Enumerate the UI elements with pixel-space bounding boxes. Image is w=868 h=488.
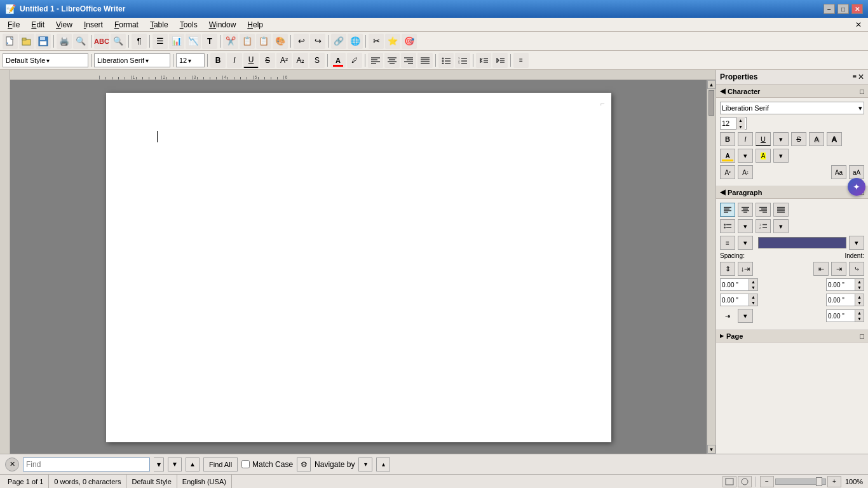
font-color-button[interactable]: A [330,53,346,68]
paragraph-section-header[interactable]: ◀ Paragraph □ [716,186,868,199]
below-spacing-input[interactable] [721,294,749,306]
table-button[interactable]: ☰ [153,34,168,49]
italic-button[interactable]: I [227,53,242,68]
format-paintbrush-button[interactable]: 🎨 [273,34,288,49]
menu-edit[interactable]: Edit [26,19,50,30]
below-spacing-field[interactable]: ▲ ▼ [720,294,758,306]
menu-format[interactable]: Format [109,19,144,30]
above-below-toggle[interactable]: ⇕ [720,262,735,276]
para-linespacing-arrow[interactable]: ▾ [738,236,753,250]
hyperlink-button[interactable]: 🔗 [331,34,346,49]
page-section-header[interactable]: ▸ Page □ [716,329,868,342]
para-align-center-button[interactable] [738,203,753,217]
properties-header-buttons[interactable]: ≡ ✕ [853,72,864,81]
zoom-out-button[interactable]: − [760,476,774,487]
left-indent-down[interactable]: ▼ [855,285,864,290]
menu-window[interactable]: Window [204,19,241,30]
find-close-button[interactable]: ✕ [5,458,19,471]
navigate-prev-button[interactable]: ▾ [358,458,372,471]
character-super-button[interactable]: A² [720,165,735,179]
menu-help[interactable]: Help [242,19,268,30]
menu-tools[interactable]: Tools [175,19,203,30]
para-numbered-button[interactable]: 1.2. [756,219,771,233]
redo-button[interactable]: ↪ [310,34,325,49]
increase-indent-button[interactable] [492,53,508,68]
scroll-track[interactable] [707,89,715,445]
character-font-dropdown[interactable]: Liberation Serif ▾ [720,102,864,114]
undo-button[interactable]: ↩ [294,34,309,49]
numbered-list-button[interactable]: 1.2.3. [455,53,470,68]
para-bullet-arrow[interactable]: ▾ [738,219,753,233]
nonprint-chars-button[interactable]: ¶ [132,34,147,49]
subscript-button[interactable]: A₂ [293,53,308,68]
properties-close-button[interactable]: ✕ [858,72,864,81]
left-indent-up[interactable]: ▲ [855,279,864,285]
size-dropdown[interactable]: 12 [176,53,205,67]
below-spacing-up[interactable]: ▲ [749,294,757,300]
character-size-spinners[interactable]: ▲ ▼ [736,117,745,130]
para-color-arrow[interactable]: ▾ [849,236,864,250]
properties-config-icon[interactable]: ≡ [853,72,857,81]
align-center-button[interactable] [384,53,400,68]
web-button[interactable]: 🌐 [348,34,363,49]
below-spacing-down[interactable]: ▼ [749,300,757,306]
below-spacing-spinners[interactable]: ▲ ▼ [749,294,757,306]
find-replace-button[interactable]: 🔍 [111,34,126,49]
character-case-lower-button[interactable]: aA [849,165,864,179]
minimize-button[interactable]: − [824,4,835,14]
right-indent-spinners[interactable]: ▲ ▼ [855,294,864,306]
menu-insert[interactable]: Insert [79,19,108,30]
left-indent-field[interactable]: ▲ ▼ [826,278,864,291]
character-strikethrough-button[interactable]: S [791,132,806,146]
print-preview-button[interactable]: 🔍 [73,34,88,49]
line-spacing-button[interactable]: ≡ [513,53,529,68]
cut-button[interactable]: ✂️ [223,34,238,49]
style-dropdown[interactable]: Default Style [3,53,88,67]
character-highlight-arrow[interactable]: ▾ [773,149,789,163]
firstline-arrow[interactable]: ▾ [738,309,753,323]
open-button[interactable] [19,34,34,49]
bullet-list-button[interactable] [438,53,454,68]
match-case-label[interactable]: Match Case [241,460,293,469]
character-bold-button[interactable]: B [720,132,735,146]
character-sub-button[interactable]: A₂ [738,165,753,179]
decrease-indent-button[interactable] [476,53,491,68]
superscript-button[interactable]: A² [276,53,292,68]
close-button[interactable]: ✕ [851,4,863,14]
firstline-field[interactable]: ▲ ▼ [826,309,864,322]
find-prev-button[interactable]: ▼ [168,458,182,471]
find-options-icon-button[interactable]: ⚙ [297,458,311,471]
justify-button[interactable] [417,53,433,68]
save-button[interactable] [36,34,51,49]
menu-close-button[interactable]: ✕ [851,20,865,29]
left-indent-input[interactable] [827,279,855,290]
character-italic-button[interactable]: I [738,132,753,146]
character-outline-button[interactable]: A [827,132,842,146]
zoom-thumb[interactable] [816,477,822,486]
spellcheck-button[interactable]: ABC [94,34,109,49]
indent-left-button[interactable]: ⇤ [813,262,829,276]
maximize-button[interactable]: □ [837,4,849,14]
print-button[interactable]: 🖨️ [57,34,72,49]
character-font-color-arrow[interactable]: ▾ [738,149,753,163]
above-spacing-spinners[interactable]: ▲ ▼ [749,279,757,290]
font-dropdown[interactable]: Liberation Serif [94,53,170,67]
find-options-dropdown[interactable]: ▾ [154,458,164,471]
indent-right-button[interactable]: ⇥ [831,262,846,276]
underline-button[interactable]: U [243,53,259,68]
para-justify-button[interactable] [773,203,789,217]
character-font-color-button[interactable]: A [720,149,735,163]
character-underline-button[interactable]: U [756,132,771,146]
firstline-down[interactable]: ▼ [855,316,864,322]
left-indent-spinners[interactable]: ▲ ▼ [855,279,864,290]
document-page[interactable]: ⌐ [106,93,611,442]
scroll-down-button[interactable]: ▼ [707,445,715,454]
right-indent-input[interactable] [827,294,855,306]
character-size-field[interactable]: 12 ▲ ▼ [720,117,747,130]
bold-button[interactable]: B [210,53,226,68]
character-highlight-button[interactable]: A [756,149,771,163]
find-next-button[interactable]: ▲ [186,458,200,471]
below-spacing-toggle[interactable]: ↓⇥ [738,262,753,276]
textbox-button[interactable]: T [202,34,217,49]
firstline-spinners[interactable]: ▲ ▼ [855,310,864,322]
